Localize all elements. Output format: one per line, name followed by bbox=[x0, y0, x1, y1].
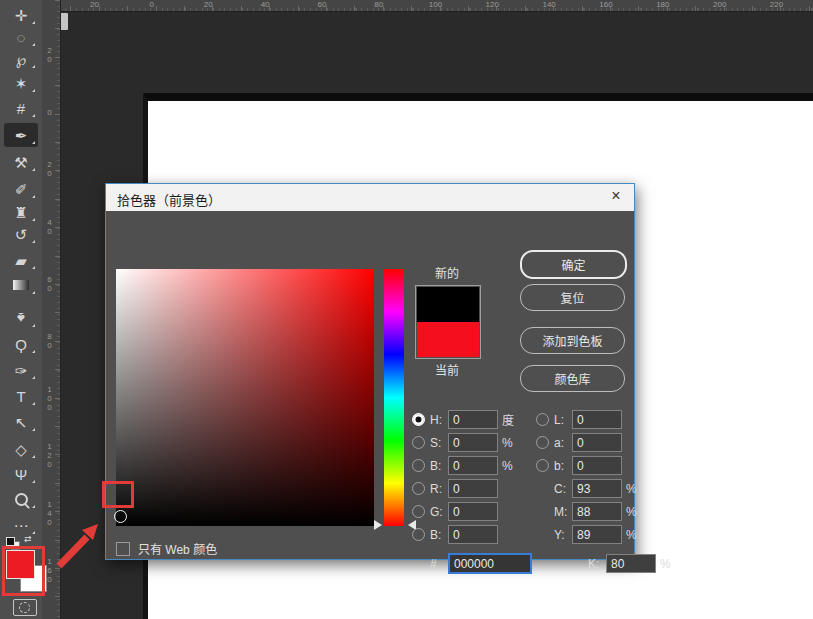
type-tool-icon[interactable]: T bbox=[4, 384, 38, 408]
lab-a-field-label: a: bbox=[554, 436, 572, 450]
vruler-label: 20 bbox=[45, 46, 54, 64]
lab-b-field-label: b: bbox=[554, 459, 572, 473]
current-color-swatch[interactable] bbox=[417, 322, 479, 357]
web-colors-checkbox[interactable] bbox=[116, 542, 130, 556]
red-field-input[interactable] bbox=[448, 479, 498, 498]
brightness-field-input[interactable] bbox=[448, 456, 498, 475]
brightness-field-unit: % bbox=[502, 459, 520, 473]
hex-field-input[interactable] bbox=[448, 553, 532, 574]
zoom-tool-icon[interactable] bbox=[4, 487, 38, 511]
annotation-box-foreground-swatch bbox=[2, 546, 45, 596]
lab-l-field-input[interactable] bbox=[572, 410, 622, 429]
annotation-arrow bbox=[52, 512, 112, 577]
hand-tool-icon[interactable]: Ψ bbox=[4, 462, 38, 486]
vruler-label: 60 bbox=[45, 275, 54, 293]
crop-tool-icon[interactable]: # bbox=[4, 96, 38, 120]
blue-field: B: bbox=[412, 525, 520, 544]
hue-field: H:度 bbox=[412, 410, 520, 429]
dialog-titlebar[interactable]: 拾色器（前景色） × bbox=[106, 184, 634, 211]
color-field-cursor[interactable] bbox=[114, 510, 127, 523]
move-tool-icon[interactable]: ✛ bbox=[4, 3, 38, 27]
hruler-label: 100 bbox=[429, 0, 442, 9]
red-field-radio[interactable] bbox=[412, 482, 425, 495]
hue-field-unit: 度 bbox=[502, 411, 520, 428]
lab-l-field-radio[interactable] bbox=[536, 413, 549, 426]
green-field-radio[interactable] bbox=[412, 505, 425, 518]
ok-button[interactable]: 确定 bbox=[520, 250, 627, 279]
magic-wand-tool-icon[interactable]: ✶ bbox=[4, 71, 38, 95]
eraser-tool-icon[interactable]: ▰ bbox=[4, 248, 38, 272]
burn-tool-icon[interactable]: Ϙ bbox=[4, 332, 38, 356]
red-field: R: bbox=[412, 479, 520, 498]
vruler-label: 20 bbox=[45, 160, 54, 178]
lasso-tool-icon[interactable]: ℘ bbox=[4, 47, 38, 71]
saturation-field-input[interactable] bbox=[448, 433, 498, 452]
elliptical-marquee-tool-icon[interactable]: ◌ bbox=[4, 25, 38, 49]
horizontal-ruler: 20020406080100120140160180200220 bbox=[42, 0, 813, 12]
lab-a-field-radio[interactable] bbox=[536, 436, 549, 449]
value-row: B:Y:% bbox=[412, 523, 678, 546]
dialog-body: 新的 当前 确定复位添加到色板颜色库 H:度L:S:%a:B:%b:R:C:%G… bbox=[106, 211, 634, 559]
history-brush-tool-icon[interactable]: ↺ bbox=[4, 222, 38, 246]
default-fg-square bbox=[6, 537, 15, 546]
brightness-field-radio[interactable] bbox=[412, 459, 425, 472]
quick-mask-icon[interactable] bbox=[13, 599, 37, 616]
blur-tool-icon[interactable]: ♠ bbox=[4, 306, 38, 330]
magenta-field-input[interactable] bbox=[572, 502, 622, 521]
green-field-label: G: bbox=[430, 505, 448, 519]
annotation-box-cursor bbox=[102, 481, 134, 508]
brush-tool-icon[interactable]: ✐ bbox=[4, 177, 38, 201]
hruler-label: 80 bbox=[374, 0, 383, 9]
lab-b-field-input[interactable] bbox=[572, 456, 622, 475]
close-icon[interactable]: × bbox=[607, 187, 625, 205]
path-select-tool-icon[interactable]: ↖ bbox=[4, 410, 38, 434]
hue-field-label: H: bbox=[430, 413, 448, 427]
hruler-label: 120 bbox=[486, 0, 499, 9]
swap-colors-icon[interactable]: ⇄ bbox=[24, 534, 32, 544]
hruler-label: 140 bbox=[542, 0, 555, 9]
lab-b-field-radio[interactable] bbox=[536, 459, 549, 472]
magenta-field-label: M: bbox=[554, 505, 572, 519]
yellow-field-unit: % bbox=[626, 528, 644, 542]
hue-field-input[interactable] bbox=[448, 410, 498, 429]
eyedropper-tool-icon[interactable]: ✒ bbox=[4, 123, 38, 147]
gradient-tool-icon[interactable] bbox=[4, 273, 38, 297]
value-row: G:M:% bbox=[412, 500, 678, 523]
hruler-label: 40 bbox=[261, 0, 270, 9]
cyan-field-label: C: bbox=[554, 482, 572, 496]
hue-field-radio[interactable] bbox=[412, 413, 425, 426]
value-row: #K:% bbox=[412, 552, 678, 575]
black-field-unit: % bbox=[660, 557, 678, 571]
yellow-field-input[interactable] bbox=[572, 525, 622, 544]
saturation-field-label: S: bbox=[430, 436, 448, 450]
saturation-field: S:% bbox=[412, 433, 520, 452]
value-row: R:C:% bbox=[412, 477, 678, 500]
reset-button[interactable]: 复位 bbox=[520, 284, 625, 311]
healing-tool-icon[interactable]: ⚒ bbox=[4, 150, 38, 174]
cyan-field-input[interactable] bbox=[572, 479, 622, 498]
hue-slider[interactable] bbox=[384, 269, 404, 526]
hue-slider-left-arrow[interactable] bbox=[374, 520, 382, 530]
pen-tool-icon[interactable]: ✑ bbox=[4, 358, 38, 382]
value-row: B:%b: bbox=[412, 454, 678, 477]
black-field-input[interactable] bbox=[606, 554, 656, 573]
blue-field-input[interactable] bbox=[448, 525, 498, 544]
add-to-swatches-button[interactable]: 添加到色板 bbox=[520, 327, 625, 354]
green-field: G: bbox=[412, 502, 520, 521]
clone-stamp-tool-icon[interactable]: ♜ bbox=[4, 200, 38, 224]
saturation-field-radio[interactable] bbox=[412, 436, 425, 449]
lab-a-field-input[interactable] bbox=[572, 433, 622, 452]
color-libraries-button[interactable]: 颜色库 bbox=[520, 365, 625, 392]
yellow-field: Y:% bbox=[536, 525, 644, 544]
saturation-brightness-field[interactable] bbox=[116, 269, 374, 526]
green-field-input[interactable] bbox=[448, 502, 498, 521]
blue-field-radio[interactable] bbox=[412, 528, 425, 541]
more-options-icon[interactable]: ⋯ bbox=[4, 513, 38, 537]
value-row: S:%a: bbox=[412, 431, 678, 454]
brightness-field: B:% bbox=[412, 456, 520, 475]
cyan-field-unit: % bbox=[626, 482, 644, 496]
current-color-label: 当前 bbox=[415, 361, 479, 378]
shape-tool-icon[interactable]: ◇ bbox=[4, 437, 38, 461]
hruler-label: 200 bbox=[713, 0, 726, 9]
new-color-swatch bbox=[417, 287, 479, 322]
